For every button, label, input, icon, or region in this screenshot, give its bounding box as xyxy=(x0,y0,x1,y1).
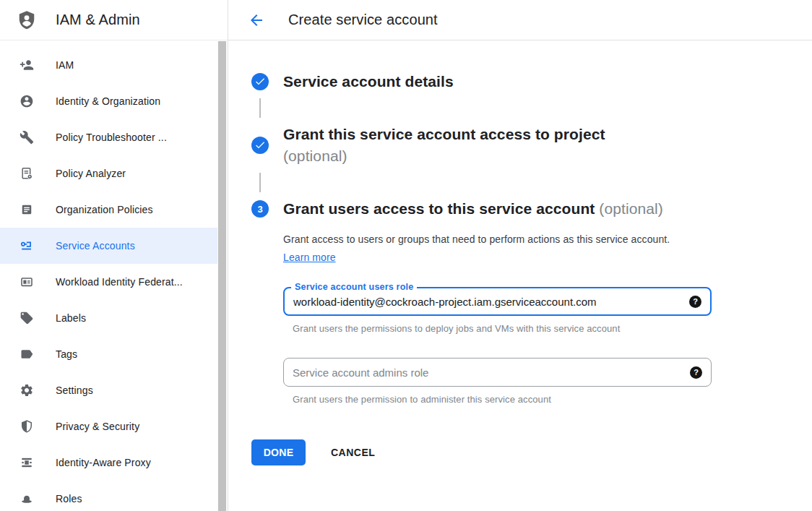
step-3-title-text: Grant users access to this service accou… xyxy=(283,200,595,217)
admins-role-field: ? xyxy=(283,358,712,387)
create-service-account-form: Service account details Grant this servi… xyxy=(228,40,812,465)
sidebar-nav: IAM Identity & Organization Policy Troub… xyxy=(0,40,228,511)
service-account-key-icon xyxy=(20,239,34,253)
sidebar-item-label: Policy Troubleshooter ... xyxy=(56,132,167,143)
users-role-input[interactable] xyxy=(293,296,689,308)
page-title: Create service account xyxy=(288,12,438,28)
users-role-field-label: Service account users role xyxy=(291,282,417,292)
step-1-title: Service account details xyxy=(283,71,454,93)
users-role-field-group: Service account users role ? Grant users… xyxy=(283,287,812,334)
account-circle-icon xyxy=(20,94,34,108)
sidebar-item-label: Policy Analyzer xyxy=(56,168,126,179)
sidebar-item-roles[interactable]: Roles xyxy=(0,481,219,511)
sidebar-item-policy-troubleshooter[interactable]: Policy Troubleshooter ... xyxy=(0,119,219,155)
sidebar-item-label: Labels xyxy=(56,312,86,324)
document-lines-icon xyxy=(20,202,34,217)
proxy-frame-icon xyxy=(20,455,34,470)
sidebar-item-identity-organization[interactable]: Identity & Organization xyxy=(0,83,219,119)
label-tag-icon xyxy=(20,311,34,325)
step-3-description: Grant access to users or groups that nee… xyxy=(283,231,688,267)
sidebar-header: IAM & Admin xyxy=(0,0,228,40)
sidebar-item-label: Service Accounts xyxy=(56,240,135,252)
step-3-number: 3 xyxy=(251,200,269,218)
admins-role-helper-text: Grant users the permission to administer… xyxy=(293,394,812,405)
iam-admin-shield-icon xyxy=(15,9,38,32)
sidebar-scrollbar[interactable] xyxy=(217,41,227,511)
cancel-button[interactable]: CANCEL xyxy=(327,446,379,459)
shield-icon xyxy=(20,419,34,434)
sidebar-item-organization-policies[interactable]: Organization Policies xyxy=(0,192,219,228)
sidebar-item-label: Privacy & Security xyxy=(56,421,139,432)
help-icon[interactable]: ? xyxy=(689,296,701,308)
wrench-icon xyxy=(20,130,34,145)
step-3-number-badge: 3 xyxy=(251,200,269,218)
sidebar-scrollbar-thumb[interactable] xyxy=(218,41,226,511)
page-header: Create service account xyxy=(228,0,812,40)
main-panel: Create service account Service account d… xyxy=(228,0,812,511)
sidebar-item-label: IAM xyxy=(56,59,74,71)
step-3-title: Grant users access to this service accou… xyxy=(283,198,663,220)
gear-icon xyxy=(20,383,34,398)
sidebar-item-label: Roles xyxy=(56,493,82,504)
sidebar-item-tags[interactable]: Tags xyxy=(0,336,219,372)
step-2-optional-label: (optional) xyxy=(283,147,347,164)
sidebar-item-label: Settings xyxy=(56,385,93,396)
step-2-check-icon xyxy=(251,137,269,154)
step-2-title-text: Grant this service account access to pro… xyxy=(283,126,605,142)
sidebar-item-label: Workload Identity Federat... xyxy=(56,276,183,288)
step-1-check-icon xyxy=(251,73,269,90)
tag-arrow-icon xyxy=(20,347,34,361)
step-2-title: Grant this service account access to pro… xyxy=(283,124,659,167)
admins-role-field-group: ? Grant users the permission to administ… xyxy=(283,358,812,405)
step-2-grant-access-to-project[interactable]: Grant this service account access to pro… xyxy=(251,124,812,167)
help-icon[interactable]: ? xyxy=(690,366,702,379)
badge-card-icon xyxy=(20,275,34,289)
sidebar-item-label: Identity-Aware Proxy xyxy=(56,457,151,468)
sidebar-item-iam[interactable]: IAM xyxy=(0,47,219,83)
done-button[interactable]: DONE xyxy=(251,439,306,465)
step-connector xyxy=(259,173,261,192)
form-actions: DONE CANCEL xyxy=(251,439,812,465)
sidebar-item-workload-identity-federation[interactable]: Workload Identity Federat... xyxy=(0,264,219,300)
product-title: IAM & Admin xyxy=(56,12,140,28)
document-gear-icon xyxy=(20,166,34,181)
learn-more-link[interactable]: Learn more xyxy=(283,252,336,263)
step-3-body: Grant access to users or groups that nee… xyxy=(283,231,812,405)
step-connector xyxy=(259,98,261,118)
step-3-grant-users-access: 3 Grant users access to this service acc… xyxy=(251,198,812,220)
users-role-helper-text: Grant users the permissions to deploy jo… xyxy=(293,323,812,334)
step-3-optional-label: (optional) xyxy=(599,200,663,217)
sidebar-item-settings[interactable]: Settings xyxy=(0,372,219,408)
step-1-service-account-details[interactable]: Service account details xyxy=(251,71,812,93)
back-arrow-icon[interactable] xyxy=(248,12,265,29)
sidebar-item-privacy-security[interactable]: Privacy & Security xyxy=(0,408,219,445)
sidebar-item-label: Tags xyxy=(56,348,77,360)
sidebar-item-label: Identity & Organization xyxy=(56,95,160,107)
sidebar-item-service-accounts[interactable]: Service Accounts xyxy=(0,228,219,264)
person-add-icon xyxy=(20,58,34,72)
users-role-field: Service account users role ? xyxy=(283,287,712,316)
sidebar: IAM & Admin IAM Identity & Organization xyxy=(0,0,228,511)
sidebar-item-identity-aware-proxy[interactable]: Identity-Aware Proxy xyxy=(0,445,219,481)
sidebar-item-policy-analyzer[interactable]: Policy Analyzer xyxy=(0,155,219,192)
sidebar-item-labels[interactable]: Labels xyxy=(0,300,219,336)
step-3-description-text: Grant access to users or groups that nee… xyxy=(283,233,670,245)
hat-icon xyxy=(20,491,34,506)
app-window: IAM & Admin IAM Identity & Organization xyxy=(0,0,812,511)
admins-role-input[interactable] xyxy=(293,366,690,379)
sidebar-item-label: Organization Policies xyxy=(56,204,153,215)
